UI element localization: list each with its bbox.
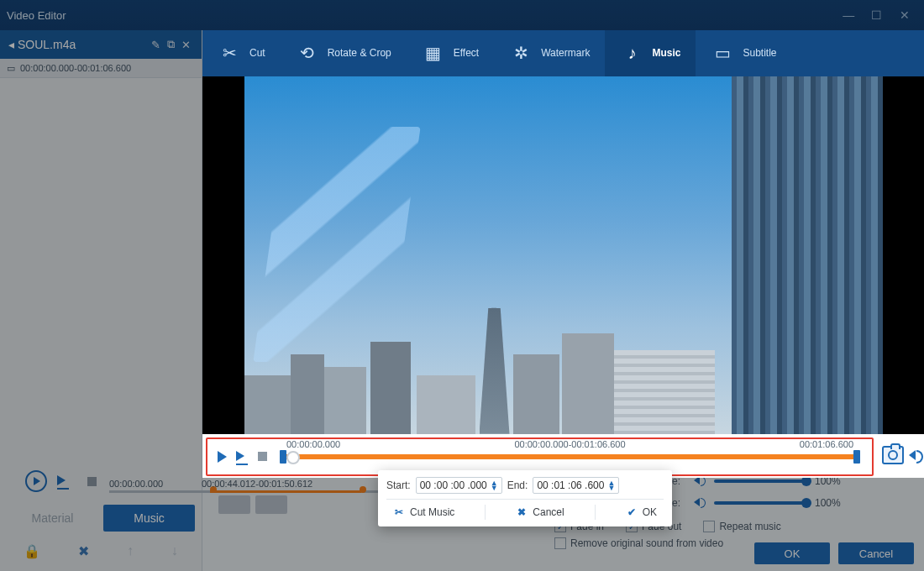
ribbon-label: Subtitle [743, 47, 776, 59]
preview-area [202, 76, 924, 434]
ribbon-subtitle[interactable]: ▭ Subtitle [696, 30, 791, 76]
ribbon-label: Watermark [541, 47, 590, 59]
trim-range-label: 00:00:00.000-00:01:06.600 [514, 439, 625, 449]
global-stop-button[interactable] [84, 474, 99, 489]
global-tc-range: 00:00:44.012-00:01:50.612 [202, 479, 312, 489]
snapshot-icon[interactable] [882, 446, 904, 464]
start-time-input[interactable]: 00 :00 :00 .000 ▲▼ [416, 477, 502, 494]
trim-track[interactable]: 00:00:00.000 00:00:00.000-00:01:06.600 0… [281, 454, 858, 459]
play-range-button[interactable] [234, 449, 249, 464]
tab-music[interactable]: Music [103, 505, 195, 532]
popup-start-label: Start: [386, 479, 411, 491]
side-tabs: Material Music [0, 498, 202, 538]
file-name: SOUL.m4a [18, 38, 76, 51]
watermark-icon: ✲ [509, 41, 533, 65]
popup-ok-button[interactable]: ✔ OK [619, 505, 664, 520]
segment-chip[interactable] [218, 495, 250, 514]
segment-chip[interactable] [255, 495, 287, 514]
x-icon: ✖ [516, 506, 528, 518]
window-controls: — ☐ ✕ [836, 8, 917, 22]
side-actions: 🔒 ✖ ↑ ↓ [0, 538, 202, 571]
global-track[interactable] [109, 490, 386, 493]
music-icon: ♪ [620, 41, 643, 65]
move-down-icon[interactable]: ↓ [171, 543, 178, 559]
remove-file-icon[interactable]: ✕ [178, 39, 193, 51]
spinner-arrows-icon[interactable]: ▲▼ [607, 480, 615, 490]
orig-volume-value: 100% [815, 497, 841, 509]
close-icon[interactable]: ✕ [892, 8, 917, 22]
popup-cancel-label: Cancel [533, 506, 564, 518]
cut-music-label: Cut Music [410, 506, 454, 518]
move-up-icon[interactable]: ↑ [127, 543, 134, 559]
ribbon-label: Music [652, 47, 680, 59]
effect-icon: ▦ [422, 41, 445, 65]
remove-sound-label: Remove original sound from video [570, 537, 723, 549]
end-time-value: 00 :01 :06 .600 [537, 479, 604, 491]
edit-icon[interactable]: ✎ [148, 39, 163, 51]
speaker-icon[interactable] [694, 498, 706, 508]
tab-material[interactable]: Material [7, 505, 98, 532]
clip-icon: ▭ [7, 63, 15, 74]
repeat-music-checkbox[interactable]: Repeat music [703, 521, 780, 532]
trim-handle-start[interactable] [280, 450, 286, 464]
global-play-button[interactable] [25, 470, 47, 492]
remove-original-sound-checkbox[interactable]: Remove original sound from video [554, 537, 723, 549]
playhead[interactable] [286, 451, 300, 464]
trim-end-label: 00:01:06.600 [800, 439, 853, 449]
repeat-label: Repeat music [719, 521, 780, 532]
spinner-arrows-icon[interactable]: ▲▼ [491, 480, 498, 490]
popup-cancel-button[interactable]: ✖ Cancel [509, 505, 570, 520]
video-preview[interactable] [244, 76, 883, 434]
play-button[interactable] [214, 449, 229, 464]
lock-icon[interactable]: 🔒 [24, 543, 40, 559]
subtitle-icon: ▭ [711, 41, 734, 65]
chevron-left-icon: ◂ [8, 38, 14, 51]
cut-music-button[interactable]: ✂ Cut Music [386, 505, 461, 520]
clip-row[interactable]: ▭ 00:00:00.000-00:01:06.600 [0, 59, 202, 78]
app-window: Video Editor — ☐ ✕ ◂ SOUL.m4a ✎ ⧉ ✕ ▭ 00… [0, 0, 924, 571]
audio-volume-slider[interactable] [714, 479, 806, 483]
file-chip[interactable]: ◂ SOUL.m4a ✎ ⧉ ✕ [0, 30, 202, 59]
trim-handle-end[interactable] [853, 450, 860, 464]
orig-volume-slider[interactable] [714, 501, 806, 505]
delete-icon[interactable]: ✖ [78, 543, 89, 559]
scissors-icon: ✂ [393, 506, 405, 518]
popup-ok-label: OK [643, 506, 657, 518]
ribbon-watermark[interactable]: ✲ Watermark [494, 30, 605, 76]
end-time-input[interactable]: 00 :01 :06 .600 ▲▼ [533, 477, 619, 494]
check-icon: ✔ [626, 506, 638, 518]
ribbon-label: Effect [454, 47, 479, 59]
app-title: Video Editor [7, 9, 836, 22]
start-time-value: 00 :00 :00 .000 [420, 479, 487, 491]
ribbon-rotate-crop[interactable]: ⟲ Rotate & Crop [281, 30, 407, 76]
global-play-range-button[interactable] [55, 474, 71, 489]
ribbon-effect[interactable]: ▦ Effect [407, 30, 494, 76]
ribbon-label: Cut [249, 47, 265, 59]
crop-icon: ⟲ [296, 41, 319, 65]
copy-icon[interactable]: ⧉ [163, 38, 178, 51]
minimize-icon[interactable]: — [836, 8, 861, 22]
clip-range: 00:00:00.000-00:01:06.600 [20, 63, 131, 73]
trim-popup: Start: 00 :00 :00 .000 ▲▼ End: 00 :01 :0… [378, 470, 672, 526]
volume-icon[interactable] [909, 450, 916, 460]
scissors-icon: ✂ [218, 41, 241, 65]
ribbon-music[interactable]: ♪ Music [605, 30, 696, 76]
ok-button[interactable]: OK [754, 542, 830, 564]
stop-button[interactable] [255, 449, 270, 464]
titlebar: Video Editor — ☐ ✕ [0, 0, 924, 30]
cancel-button[interactable]: Cancel [838, 542, 914, 564]
global-tc-start: 00:00:00.000 [109, 479, 163, 489]
trim-start-label: 00:00:00.000 [286, 439, 340, 449]
ribbon-label: Rotate & Crop [328, 47, 391, 59]
maximize-icon[interactable]: ☐ [864, 8, 890, 22]
ribbon-cut[interactable]: ✂ Cut [202, 30, 281, 76]
popup-end-label: End: [507, 479, 528, 491]
tool-ribbon: ✂ Cut ⟲ Rotate & Crop ▦ Effect ✲ Waterma… [202, 30, 924, 76]
